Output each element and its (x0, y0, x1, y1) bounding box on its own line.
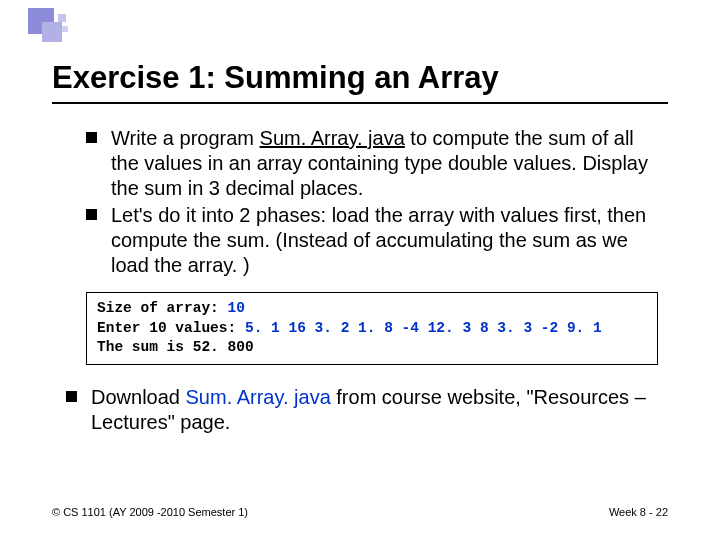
code-label: Enter 10 values: (97, 320, 245, 336)
bullet-icon (86, 132, 97, 143)
filename-link: Sum. Array. java (186, 386, 331, 408)
slide: Exercise 1: Summing an Array Write a pro… (0, 0, 720, 435)
code-input: 5. 1 16 3. 2 1. 8 -4 12. 3 8 3. 3 -2 9. … (245, 320, 602, 336)
bullet-text: Write a program Sum. Array. java to comp… (111, 126, 658, 201)
bullet-text: Let's do it into 2 phases: load the arra… (111, 203, 658, 278)
bullet-list-2: Download Sum. Array. java from course we… (52, 385, 668, 435)
code-label: Size of array: (97, 300, 228, 316)
footer: © CS 1101 (AY 2009 -2010 Semester 1) Wee… (52, 506, 668, 518)
filename: Sum. Array. java (260, 127, 405, 149)
code-output-box: Size of array: 10 Enter 10 values: 5. 1 … (86, 292, 658, 365)
bullet-item: Download Sum. Array. java from course we… (66, 385, 648, 435)
bullet-item: Let's do it into 2 phases: load the arra… (86, 203, 658, 278)
text-run: Write a program (111, 127, 260, 149)
footer-right: Week 8 - 22 (609, 506, 668, 518)
footer-left: © CS 1101 (AY 2009 -2010 Semester 1) (52, 506, 248, 518)
code-input: 10 (228, 300, 245, 316)
code-line: The sum is 52. 800 (97, 339, 254, 355)
text-run: Download (91, 386, 186, 408)
corner-decoration (28, 8, 98, 48)
code-line: Size of array: 10 (97, 300, 245, 316)
bullet-text: Download Sum. Array. java from course we… (91, 385, 648, 435)
bullet-list: Write a program Sum. Array. java to comp… (52, 126, 668, 278)
bullet-icon (86, 209, 97, 220)
bullet-item: Write a program Sum. Array. java to comp… (86, 126, 658, 201)
slide-title: Exercise 1: Summing an Array (52, 34, 668, 104)
bullet-icon (66, 391, 77, 402)
code-line: Enter 10 values: 5. 1 16 3. 2 1. 8 -4 12… (97, 320, 602, 336)
